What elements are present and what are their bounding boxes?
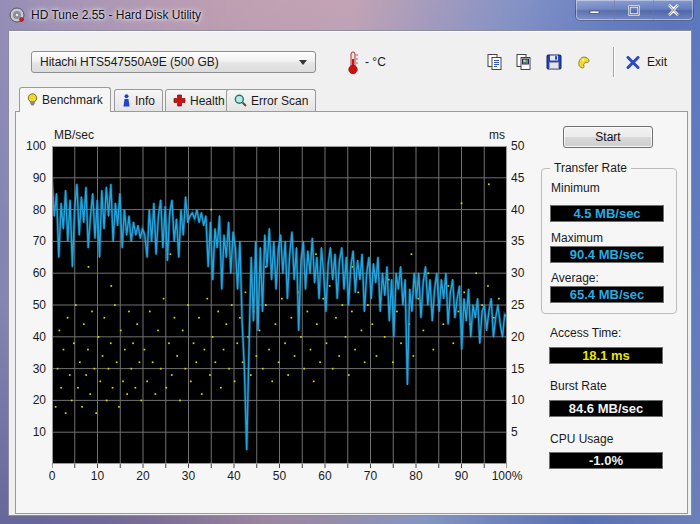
save-icon <box>545 53 563 71</box>
maximize-button[interactable] <box>615 0 654 20</box>
transfer-rate-group: Transfer Rate Minimum 4.5 MB/sec Maximum… <box>541 168 677 314</box>
tab-error-scan-label: Error Scan <box>251 94 308 108</box>
tab-benchmark-label: Benchmark <box>42 93 103 107</box>
toolbar-separator <box>613 47 614 77</box>
save-screenshot-button[interactable] <box>543 51 565 73</box>
options-button[interactable] <box>573 51 595 73</box>
results-panel: Start Transfer Rate Minimum 4.5 MB/sec M… <box>541 112 689 513</box>
access-time-label: Access Time: <box>550 326 621 340</box>
tab-info[interactable]: Info <box>114 89 163 111</box>
right-axis-title: ms <box>489 128 505 142</box>
app-icon <box>9 7 25 23</box>
copy-text-button[interactable] <box>484 51 506 73</box>
cpu-usage-value: -1.0% <box>549 452 663 469</box>
minimize-button[interactable] <box>576 0 615 20</box>
right-axis-tick-labels: 5045403530252015105 <box>511 146 541 464</box>
copy-screenshot-icon <box>515 53 533 71</box>
minimize-icon <box>589 5 601 15</box>
health-cross-icon <box>173 94 186 107</box>
error-scan-magnifier-icon <box>234 94 247 107</box>
options-icon <box>575 53 593 71</box>
temperature-value: - °C <box>365 55 386 69</box>
tab-info-label: Info <box>135 94 155 108</box>
temperature-indicator: - °C <box>347 49 386 75</box>
minimum-label: Minimum <box>551 181 600 195</box>
close-icon <box>667 4 680 16</box>
exit-button[interactable]: Exit <box>626 51 667 73</box>
drive-selector-value: Hitachi HTS547550A9E (500 GB) <box>40 55 219 69</box>
info-icon <box>122 94 131 107</box>
benchmark-chart <box>52 146 507 470</box>
copy-text-icon <box>486 53 504 71</box>
client-area: Hitachi HTS547550A9E (500 GB) - °C <box>8 30 692 516</box>
close-button[interactable] <box>654 0 693 20</box>
burst-rate-value: 84.6 MB/sec <box>549 400 663 417</box>
hdtune-window: { "window": { "title": "HD Tune 2.55 - H… <box>0 0 700 524</box>
maximum-value: 90.4 MB/sec <box>550 246 664 263</box>
thermometer-icon <box>347 50 359 75</box>
benchmark-page: MB/sec ms 100908070605040302010 50454035… <box>15 111 688 514</box>
burst-rate-label: Burst Rate <box>550 379 607 393</box>
exit-label: Exit <box>647 55 667 69</box>
access-time-value: 18.1 ms <box>549 347 663 364</box>
window-controls <box>575 0 694 21</box>
tab-health-label: Health <box>190 94 225 108</box>
title-bar: HD Tune 2.55 - Hard Disk Utility <box>0 0 700 30</box>
maximum-label: Maximum <box>551 231 603 245</box>
tab-health[interactable]: Health <box>165 89 233 111</box>
minimum-value: 4.5 MB/sec <box>550 205 664 222</box>
average-value: 65.4 MB/sec <box>550 286 664 303</box>
tab-benchmark[interactable]: Benchmark <box>19 87 111 112</box>
x-axis-tick-labels: 0102030405060708090100% <box>52 469 507 483</box>
transfer-rate-group-label: Transfer Rate <box>550 161 631 175</box>
window-title: HD Tune 2.55 - Hard Disk Utility <box>31 8 201 22</box>
maximize-icon <box>628 5 640 16</box>
copy-screenshot-button[interactable] <box>513 51 535 73</box>
drive-selector[interactable]: Hitachi HTS547550A9E (500 GB) <box>31 51 316 73</box>
benchmark-icon <box>27 93 38 107</box>
left-axis-title: MB/sec <box>54 128 94 142</box>
exit-icon <box>626 56 640 69</box>
cpu-usage-label: CPU Usage <box>550 432 613 446</box>
start-button[interactable]: Start <box>563 126 653 148</box>
chevron-down-icon <box>299 60 307 65</box>
left-axis-tick-labels: 100908070605040302010 <box>16 146 48 464</box>
average-label: Average: <box>551 271 599 285</box>
tab-error-scan[interactable]: Error Scan <box>226 89 316 111</box>
